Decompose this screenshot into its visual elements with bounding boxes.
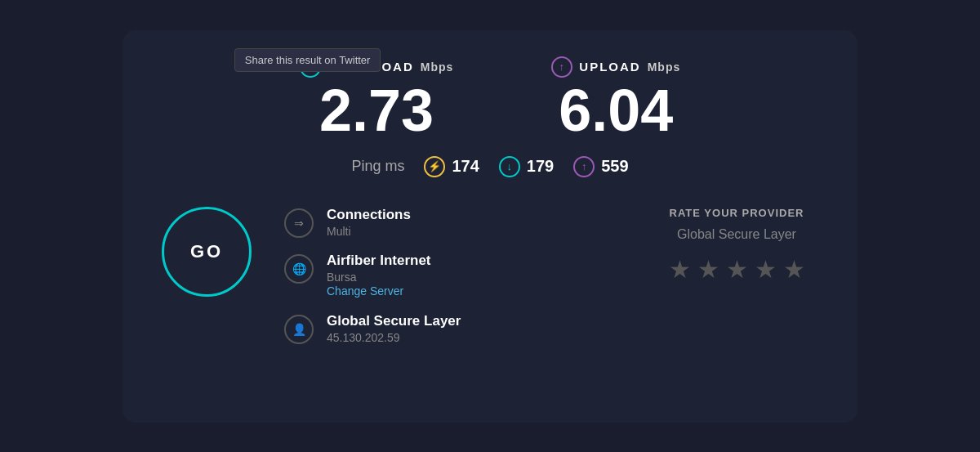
airfiber-title: Airfiber Internet bbox=[327, 253, 431, 269]
globe-icon: 🌐 bbox=[284, 254, 314, 284]
go-button[interactable]: GO bbox=[162, 207, 252, 297]
ping-upload-icon: ↑ bbox=[573, 156, 595, 177]
connections-item: ⇒ Connections Multi bbox=[284, 207, 622, 238]
ping-lightning-icon: ⚡ bbox=[424, 156, 445, 177]
provider-item: 👤 Global Secure Layer 45.130.202.59 bbox=[284, 313, 622, 344]
star-2[interactable]: ★ bbox=[697, 255, 719, 284]
download-block: Share this result on Twitter ↓ DOWNLOAD … bbox=[300, 56, 454, 140]
rating-title: RATE YOUR PROVIDER bbox=[655, 207, 818, 219]
bottom-row: GO ⇒ Connections Multi 🌐 Airfiber Intern… bbox=[162, 207, 818, 344]
upload-icon: ↑ bbox=[551, 56, 572, 78]
ping-lightning: ⚡ 174 bbox=[424, 156, 479, 177]
upload-block: ↑ UPLOAD Mbps 6.04 bbox=[551, 56, 680, 140]
airfiber-sub: Bursa bbox=[327, 271, 431, 284]
connections-icon: ⇒ bbox=[284, 208, 314, 238]
provider-ip: 45.130.202.59 bbox=[327, 331, 461, 344]
airfiber-item: 🌐 Airfiber Internet Bursa Change Server bbox=[284, 253, 622, 298]
connections-sub: Multi bbox=[327, 225, 411, 238]
ping-upload: ↑ 559 bbox=[573, 156, 628, 177]
star-3[interactable]: ★ bbox=[726, 255, 748, 284]
info-list: ⇒ Connections Multi 🌐 Airfiber Internet … bbox=[284, 207, 622, 344]
download-value: 2.73 bbox=[300, 81, 454, 140]
connections-title: Connections bbox=[327, 207, 411, 223]
twitter-tooltip[interactable]: Share this result on Twitter bbox=[234, 48, 381, 72]
star-4[interactable]: ★ bbox=[755, 255, 777, 284]
rating-stars[interactable]: ★ ★ ★ ★ ★ bbox=[655, 255, 818, 284]
download-label-unit: Mbps bbox=[421, 60, 454, 74]
rating-provider: Global Secure Layer bbox=[655, 227, 818, 242]
provider-title: Global Secure Layer bbox=[327, 313, 461, 329]
star-5[interactable]: ★ bbox=[783, 255, 805, 284]
upload-label-bold: UPLOAD bbox=[579, 60, 640, 74]
ping-download-icon: ↓ bbox=[499, 156, 520, 177]
ping-label: Ping ms bbox=[351, 158, 404, 175]
rating-section: RATE YOUR PROVIDER Global Secure Layer ★… bbox=[655, 207, 818, 284]
user-icon: 👤 bbox=[284, 315, 314, 344]
main-container: Share this result on Twitter ↓ DOWNLOAD … bbox=[122, 30, 858, 423]
star-1[interactable]: ★ bbox=[669, 255, 691, 284]
upload-value: 6.04 bbox=[551, 81, 680, 140]
ping-download: ↓ 179 bbox=[499, 156, 554, 177]
speed-row: Share this result on Twitter ↓ DOWNLOAD … bbox=[162, 56, 818, 140]
upload-label: ↑ UPLOAD Mbps bbox=[551, 56, 680, 78]
change-server-link[interactable]: Change Server bbox=[327, 284, 403, 298]
upload-label-unit: Mbps bbox=[648, 60, 681, 74]
ping-row: Ping ms ⚡ 174 ↓ 179 ↑ 559 bbox=[162, 156, 818, 177]
